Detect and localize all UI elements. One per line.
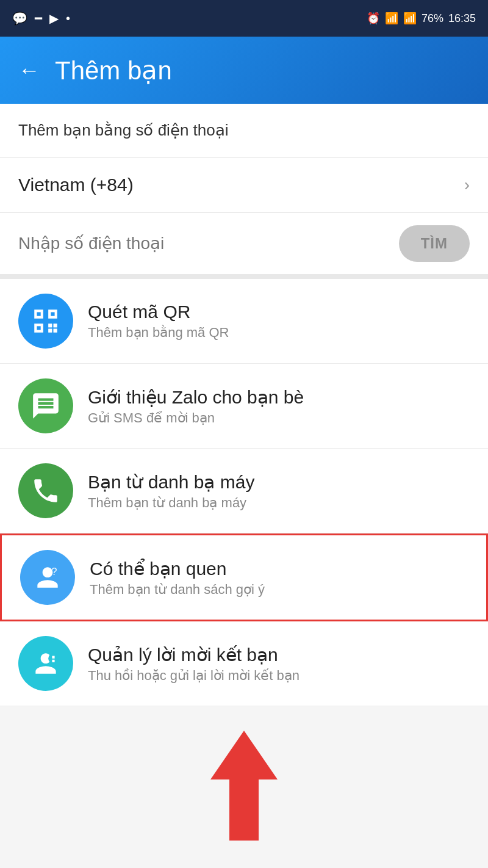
phone-input-row: TÌM xyxy=(0,213,488,279)
search-button[interactable]: TÌM xyxy=(399,225,470,262)
manage-icon-bg xyxy=(18,636,73,691)
contacts-menu-text: Bạn từ danh bạ máy Thêm bạn từ danh bạ m… xyxy=(88,471,470,511)
status-bar: 💬 ━ ▶ • ⏰ 📶 📶 76% 16:35 xyxy=(0,0,488,37)
country-name: Vietnam (+84) xyxy=(18,175,134,195)
sms-subtitle: Gửi SMS để mời bạn xyxy=(88,410,470,426)
battery-text: 76% xyxy=(422,12,443,25)
qr-subtitle: Thêm bạn bằng mã QR xyxy=(88,325,470,341)
svg-rect-6 xyxy=(48,324,52,327)
phone-section-label: Thêm bạn bằng số điện thoại xyxy=(0,104,488,157)
suggest-icon: ? xyxy=(32,562,63,593)
svg-rect-4 xyxy=(51,312,54,316)
manage-menu-text: Quản lý lời mời kết bạn Thu hồi hoặc gửi… xyxy=(88,644,470,684)
sms-menu-text: Giới thiệu Zalo cho bạn bè Gửi SMS để mờ… xyxy=(88,386,470,426)
contacts-icon xyxy=(30,476,61,506)
manage-title: Quản lý lời mời kết bạn xyxy=(88,644,470,665)
suggest-icon-bg: ? xyxy=(20,550,75,605)
page-title: Thêm bạn xyxy=(55,56,172,85)
suggest-title: Có thể bạn quen xyxy=(90,558,468,579)
contacts-icon-bg xyxy=(18,463,73,518)
sms-title: Giới thiệu Zalo cho bạn bè xyxy=(88,386,470,408)
line-icon: ━ xyxy=(35,11,42,26)
arrow-shaft xyxy=(229,773,259,841)
phone-input[interactable] xyxy=(18,234,389,253)
content: Thêm bạn bằng số điện thoại Vietnam (+84… xyxy=(0,104,488,868)
qr-menu-item[interactable]: Quét mã QR Thêm bạn bằng mã QR xyxy=(0,279,488,364)
play-icon: ▶ xyxy=(49,11,59,26)
status-bar-left: 💬 ━ ▶ • xyxy=(12,11,70,26)
back-button[interactable]: ← xyxy=(18,57,40,83)
alarm-icon: ⏰ xyxy=(367,12,380,25)
svg-rect-9 xyxy=(54,329,57,333)
header: ← Thêm bạn xyxy=(0,37,488,104)
qr-title: Quét mã QR xyxy=(88,302,470,322)
contacts-subtitle: Thêm bạn từ danh bạ máy xyxy=(88,495,470,511)
status-bar-right: ⏰ 📶 📶 76% 16:35 xyxy=(367,12,476,25)
manage-icon xyxy=(30,648,61,679)
messenger-icon: 💬 xyxy=(12,11,27,26)
contacts-menu-item[interactable]: Bạn từ danh bạ máy Thêm bạn từ danh bạ m… xyxy=(0,449,488,533)
sms-icon-bg xyxy=(18,378,73,433)
svg-rect-3 xyxy=(37,312,40,316)
qr-icon xyxy=(30,306,61,336)
sms-icon xyxy=(30,391,61,421)
chevron-right-icon: › xyxy=(464,175,470,195)
manage-subtitle: Thu hồi hoặc gửi lại lời mời kết bạn xyxy=(88,668,470,684)
dot-icon: • xyxy=(66,12,70,26)
sms-menu-item[interactable]: Giới thiệu Zalo cho bạn bè Gửi SMS để mờ… xyxy=(0,364,488,449)
country-selector[interactable]: Vietnam (+84) › xyxy=(0,157,488,213)
arrow-head xyxy=(210,731,278,779)
svg-rect-7 xyxy=(54,324,57,327)
arrow-wrapper xyxy=(210,731,278,841)
svg-rect-8 xyxy=(48,329,52,333)
contacts-title: Bạn từ danh bạ máy xyxy=(88,471,470,493)
time-text: 16:35 xyxy=(448,12,476,25)
menu-section: Quét mã QR Thêm bạn bằng mã QR Giới thiệ… xyxy=(0,279,488,706)
suggest-subtitle: Thêm bạn từ danh sách gợi ý xyxy=(90,582,468,598)
svg-rect-5 xyxy=(37,326,40,330)
signal-icon: 📶 xyxy=(403,12,417,25)
manage-menu-item[interactable]: Quản lý lời mời kết bạn Thu hồi hoặc gửi… xyxy=(0,621,488,706)
suggest-menu-text: Có thể bạn quen Thêm bạn từ danh sách gợ… xyxy=(90,558,468,598)
qr-icon-bg xyxy=(18,294,73,349)
suggest-menu-item[interactable]: ? Có thể bạn quen Thêm bạn từ danh sách … xyxy=(0,533,488,621)
annotation-arrow xyxy=(0,706,488,841)
svg-text:?: ? xyxy=(51,566,57,577)
wifi-icon: 📶 xyxy=(385,12,398,25)
qr-menu-text: Quét mã QR Thêm bạn bằng mã QR xyxy=(88,302,470,341)
bottom-section xyxy=(0,841,488,868)
